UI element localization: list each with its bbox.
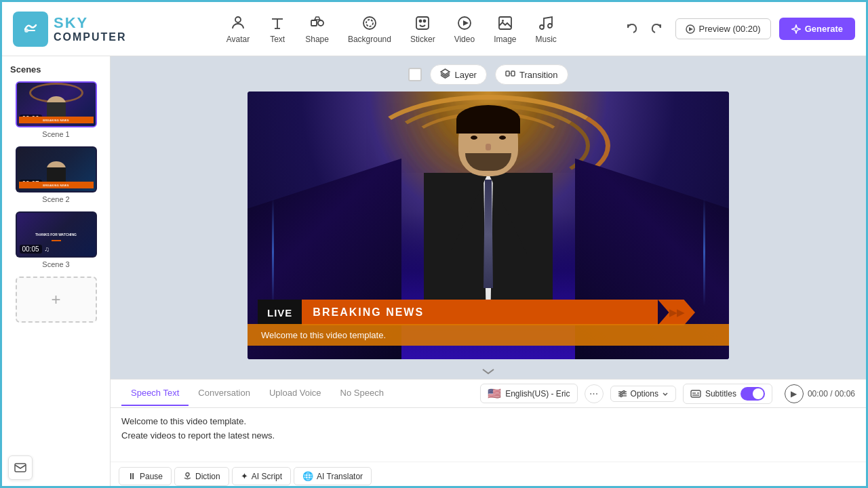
- svg-point-17: [502, 20, 504, 22]
- toolbar-item-image[interactable]: Image: [494, 14, 516, 44]
- toolbar-music-label: Music: [535, 35, 556, 44]
- main-layout: Scenes BREAKING NEWS 00:06 ♫: [2, 56, 866, 488]
- toolbar-item-avatar[interactable]: Avatar: [226, 14, 250, 44]
- subtitles-toggle[interactable]: [741, 387, 765, 401]
- pause-button[interactable]: ⏸ Pause: [119, 467, 172, 485]
- scene3-thanks: THANKS FOR WATCHING: [35, 232, 77, 237]
- canvas-expand-chevron[interactable]: [481, 365, 495, 379]
- tab-no-speech[interactable]: No Speech: [331, 381, 393, 406]
- subtitles-icon: [690, 390, 701, 398]
- play-button[interactable]: ▶: [785, 384, 804, 403]
- scene-thumb-1: BREAKING NEWS 00:06 ♫: [16, 81, 97, 127]
- scene-item-1[interactable]: BREAKING NEWS 00:06 ♫ Scene 1: [7, 81, 104, 138]
- toggle-knob: [753, 388, 764, 399]
- ai-script-button[interactable]: ✦ AI Script: [232, 467, 291, 485]
- svg-rect-16: [499, 17, 511, 29]
- sticker-icon: [414, 14, 431, 32]
- bottom-toolbar: ⏸ Pause Diction ✦ AI Script 🌐: [111, 462, 866, 488]
- avatar-hair: [456, 105, 520, 134]
- pause-label: Pause: [140, 472, 163, 481]
- generate-button[interactable]: Generate: [779, 18, 855, 40]
- scene3-overlay: 00:05 ♫: [20, 245, 50, 253]
- live-badge: LIVE: [258, 300, 302, 325]
- subtitles-label: Subtitles: [705, 389, 736, 399]
- ai-translator-button[interactable]: 🌐 AI Translator: [294, 467, 372, 485]
- logo-text: SKY COMPUTER: [54, 15, 127, 43]
- preview-label: Preview (00:20): [699, 24, 761, 34]
- avatar-body: [424, 173, 553, 308]
- ai-script-icon: ✦: [241, 471, 248, 481]
- add-scene-button[interactable]: +: [16, 277, 97, 323]
- undo-redo-group: [621, 18, 667, 40]
- avatar-eye-right: [499, 136, 506, 140]
- speech-controls: 🇺🇸 English(US) - Eric ··· Options: [480, 384, 855, 404]
- tab-conversation[interactable]: Conversation: [189, 381, 260, 406]
- toolbar-sticker-label: Sticker: [410, 35, 435, 44]
- language-selector[interactable]: 🇺🇸 English(US) - Eric: [480, 384, 577, 403]
- subtitles-button[interactable]: Subtitles: [683, 384, 772, 404]
- header-actions: Preview (00:20) Generate: [621, 18, 855, 40]
- svg-rect-6: [311, 20, 317, 26]
- toolbar-item-shape[interactable]: Shape: [305, 14, 329, 44]
- diction-button[interactable]: Diction: [174, 467, 229, 486]
- pause-icon: ⏸: [127, 471, 136, 481]
- ticker-text: Welcome to this video template.: [261, 330, 386, 340]
- toolbar-item-sticker[interactable]: Sticker: [410, 14, 435, 44]
- background-icon: [361, 14, 378, 32]
- ai-translator-label: AI Translator: [317, 472, 363, 481]
- transition-tab[interactable]: Transition: [495, 64, 568, 85]
- scene-thumb-3: THANKS FOR WATCHING 00:05 ♫: [16, 211, 97, 258]
- layer-tab[interactable]: Layer: [430, 64, 487, 85]
- svg-point-38: [186, 472, 189, 476]
- scene-item-3[interactable]: THANKS FOR WATCHING 00:05 ♫ Scene 3: [7, 211, 104, 268]
- svg-point-12: [420, 20, 422, 22]
- svg-marker-8: [315, 17, 320, 20]
- right-panel: Layer Transition: [111, 56, 866, 488]
- options-label: Options: [631, 389, 658, 399]
- scene1-label: Scene 1: [42, 130, 69, 138]
- svg-point-19: [548, 24, 552, 28]
- toolbar-avatar-label: Avatar: [226, 35, 250, 44]
- shape-icon: [309, 14, 326, 32]
- mail-button[interactable]: [8, 455, 33, 480]
- layer-label: Layer: [454, 70, 477, 80]
- svg-rect-24: [511, 71, 515, 76]
- preview-button[interactable]: Preview (00:20): [675, 18, 771, 39]
- toolbar-item-music[interactable]: Music: [535, 14, 556, 44]
- canvas-checkbox[interactable]: [408, 68, 422, 81]
- logo-sky: SKY: [54, 15, 127, 31]
- options-button[interactable]: Options: [610, 386, 676, 402]
- toolbar-item-text[interactable]: Text: [269, 14, 286, 44]
- generate-label: Generate: [805, 24, 843, 34]
- redo-button[interactable]: [646, 18, 667, 40]
- avatar-tie: [481, 180, 495, 288]
- svg-point-13: [424, 20, 426, 22]
- svg-rect-11: [416, 17, 429, 29]
- sidebar: Scenes BREAKING NEWS 00:06 ♫: [2, 56, 111, 488]
- toolbar: Avatar Text Shape: [162, 14, 621, 44]
- add-scene-item[interactable]: +: [7, 277, 104, 323]
- tab-speech-text[interactable]: Speech Text: [121, 381, 189, 406]
- scene3-dash-line: [52, 240, 61, 241]
- breaking-news-bar: LIVE BREAKING NEWS ▶▶: [258, 300, 695, 325]
- canvas-area: Layer Transition: [111, 56, 866, 379]
- transition-label: Transition: [519, 70, 558, 80]
- video-icon: [456, 14, 473, 32]
- toolbar-background-label: Background: [348, 35, 391, 44]
- avatar-icon: [229, 14, 247, 32]
- undo-button[interactable]: [621, 18, 643, 40]
- more-options-button[interactable]: ···: [585, 384, 604, 403]
- scene-item-2[interactable]: BREAKING NEWS 00:07 ♫ Scene 2: [7, 146, 104, 203]
- music-icon: [537, 14, 555, 32]
- scene1-breaking-text: BREAKING NEWS: [43, 119, 68, 122]
- breaking-news-arrows: ▶▶: [658, 300, 695, 325]
- tab-upload-voice[interactable]: Upload Voice: [260, 381, 331, 406]
- svg-rect-34: [691, 390, 701, 397]
- light-left: [272, 199, 274, 306]
- svg-point-18: [540, 25, 544, 29]
- toolbar-item-background[interactable]: Background: [348, 14, 391, 44]
- toolbar-item-video[interactable]: Video: [454, 14, 475, 44]
- logo-area: SKY COMPUTER: [13, 12, 162, 47]
- scene-thumb-inner-2: BREAKING NEWS: [17, 148, 96, 191]
- transition-icon: [505, 68, 515, 81]
